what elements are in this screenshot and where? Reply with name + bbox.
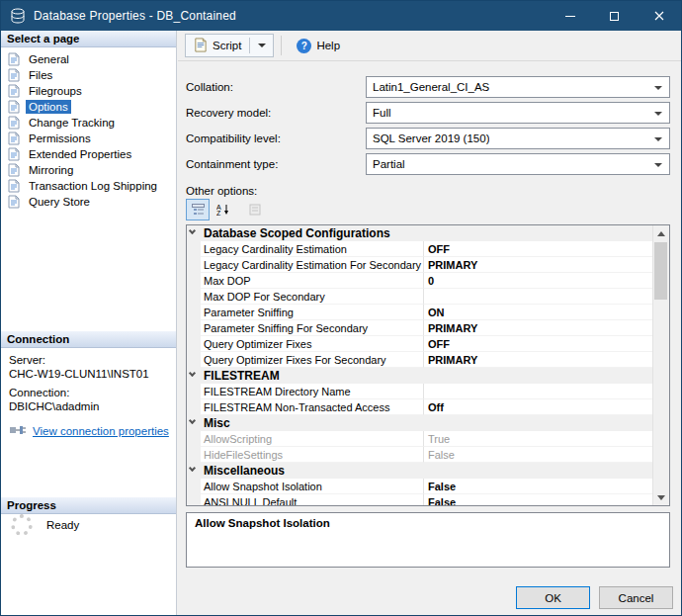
sidebar-item-label: Files [26,68,55,82]
form-field-row: Containment type: Partial [186,153,670,175]
grid-gutter [187,225,201,241]
chevron-down-icon [654,137,662,141]
grid-cell-value[interactable] [424,289,652,305]
dropdown-value: SQL Server 2019 (150) [373,132,489,144]
window-controls [548,1,681,31]
collapse-chevron-icon[interactable] [189,370,196,377]
field-label: Recovery model: [186,107,271,119]
sidebar-item-general[interactable]: General [1,51,176,67]
grid-cell-name: AllowScripting [201,431,424,447]
grid-cell-value[interactable]: 0 [424,273,652,289]
grid-gutter [187,352,201,368]
grid-gutter [187,273,201,289]
grid-row-parameter-sniffing[interactable]: Parameter SniffingON [187,305,652,320]
window-title: Database Properties - DB_Contained [34,9,236,23]
arrow-down-icon [657,495,665,500]
grid-cell-value[interactable]: ON [424,305,652,320]
field-label: Containment type: [186,158,278,170]
collation-dropdown[interactable]: Latin1_General_CI_AS [366,76,670,98]
grid-row-ansi-null-default[interactable]: ANSI NULL DefaultFalse [187,494,652,505]
sidebar-item-options[interactable]: Options [1,99,176,115]
ok-button[interactable]: OK [516,586,590,609]
grid-row-legacy-cardinality-estimation-for-secondary[interactable]: Legacy Cardinality Estimation For Second… [187,257,652,273]
property-grid: Database Scoped ConfigurationsLegacy Car… [186,224,670,506]
field-label: Compatibility level: [186,132,281,144]
sidebar-item-files[interactable]: Files [1,67,176,83]
grid-cell-value[interactable]: PRIMARY [424,257,652,273]
grid-row-allowscripting[interactable]: AllowScriptingTrue [187,431,652,447]
sidebar-item-extended-properties[interactable]: Extended Properties [1,146,176,162]
collapse-chevron-icon[interactable] [189,465,196,472]
grid-row-hidefilesettings[interactable]: HideFileSettingsFalse [187,447,652,463]
grid-cell-value[interactable]: PRIMARY [424,320,652,336]
containment-type-dropdown[interactable]: Partial [366,153,670,175]
grid-row-query-optimizer-fixes[interactable]: Query Optimizer FixesOFF [187,336,652,352]
grid-cell-value[interactable]: False [424,447,652,463]
maximize-button[interactable] [592,1,637,31]
collapse-chevron-icon[interactable] [189,227,196,234]
page-icon [8,116,20,130]
grid-cell-value[interactable] [424,384,652,399]
progress-row: Ready [11,514,79,536]
main-panel: Script ? Help Collation: Latin1_General_… [178,31,681,615]
grid-row-filestream-directory-name[interactable]: FILESTREAM Directory Name [187,384,652,399]
titlebar: Database Properties - DB_Contained [1,1,681,31]
sidebar-item-label: General [26,52,72,66]
grid-category-miscellaneous[interactable]: Miscellaneous [187,463,652,479]
categorized-button[interactable] [186,199,210,220]
connection-block: Server: CHC-W19-CLUN11\INST01 Connection… [9,351,174,438]
sidebar-item-change-tracking[interactable]: Change Tracking [1,115,176,131]
grid-category-database-scoped-configurations[interactable]: Database Scoped Configurations [187,225,652,241]
grid-gutter [187,368,201,384]
grid-row-legacy-cardinality-estimation[interactable]: Legacy Cardinality EstimationOFF [187,241,652,257]
scroll-up-button[interactable] [653,225,669,241]
compatibility-level-dropdown[interactable]: SQL Server 2019 (150) [366,128,670,149]
alphabetical-sort-button[interactable]: A Z [212,199,235,220]
progress-spinner-icon [11,514,33,536]
grid-category-filestream[interactable]: FILESTREAM [187,368,652,384]
vertical-scrollbar[interactable] [652,225,669,505]
grid-row-parameter-sniffing-for-secondary[interactable]: Parameter Sniffing For SecondaryPRIMARY [187,320,652,336]
scrollbar-thumb[interactable] [654,242,667,300]
grid-cell-value[interactable]: OFF [424,241,652,257]
grid-cell-name: Legacy Cardinality Estimation For Second… [201,257,424,273]
cancel-button[interactable]: Cancel [599,586,673,609]
sidebar-item-label: Mirroring [26,163,76,177]
grid-row-max-dop-for-secondary[interactable]: Max DOP For Secondary [187,289,652,305]
view-connection-properties-link[interactable]: View connection properties [33,425,169,437]
grid-cell-value[interactable]: PRIMARY [424,352,652,368]
grid-cell-value[interactable]: OFF [424,336,652,352]
field-label: Collation: [186,81,233,93]
database-properties-dialog: Database Properties - DB_Contained Selec… [0,0,682,616]
grid-cell-name: FILESTREAM Non-Transacted Access [201,399,424,415]
grid-category-misc[interactable]: Misc [187,415,652,431]
page-icon [8,195,20,209]
sort-a-z-icon: A Z [216,204,230,216]
sidebar-item-filegroups[interactable]: Filegroups [1,83,176,99]
sidebar-item-transaction-log-shipping[interactable]: Transaction Log Shipping [1,178,176,194]
scroll-down-button[interactable] [653,489,669,505]
grid-row-allow-snapshot-isolation[interactable]: Allow Snapshot IsolationFalse [187,479,652,494]
sidebar-item-permissions[interactable]: Permissions [1,131,176,146]
grid-cell-value[interactable]: True [424,431,652,447]
minimize-button[interactable] [548,1,592,31]
sidebar-item-mirroring[interactable]: Mirroring [1,162,176,178]
server-label: Server: [9,353,174,367]
recovery-model-dropdown[interactable]: Full [366,102,670,124]
grid-row-max-dop[interactable]: Max DOP0 [187,273,652,289]
sidebar-item-query-store[interactable]: Query Store [1,194,176,210]
help-button[interactable]: ? Help [289,34,348,57]
grid-cell-value[interactable]: Off [424,399,652,415]
help-button-label: Help [316,40,340,51]
page-icon [8,163,20,177]
close-button[interactable] [637,1,681,31]
script-button[interactable]: Script [185,34,274,57]
server-value: CHC-W19-CLUN11\INST01 [9,367,174,381]
grid-row-filestream-non-transacted-access[interactable]: FILESTREAM Non-Transacted AccessOff [187,399,652,415]
view-connection-row: View connection properties [9,424,174,438]
collapse-chevron-icon[interactable] [189,417,196,424]
grid-row-query-optimizer-fixes-for-secondary[interactable]: Query Optimizer Fixes For SecondaryPRIMA… [187,352,652,368]
grid-cell-value[interactable]: False [424,494,652,505]
grid-cell-value[interactable]: False [424,479,652,494]
chevron-down-icon [654,163,662,167]
